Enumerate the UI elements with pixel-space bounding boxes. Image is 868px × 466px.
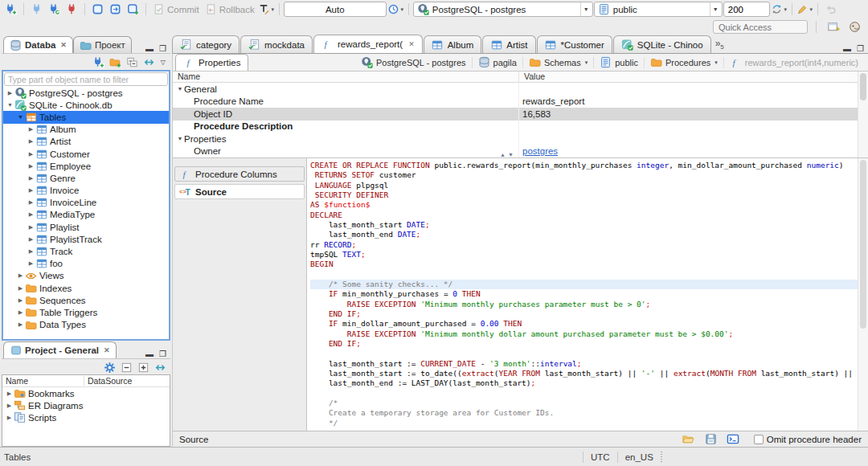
editor-tab-mockdata[interactable]: mockdata: [240, 35, 313, 53]
plug-icon[interactable]: [28, 2, 45, 17]
expand-arrow-icon[interactable]: ▶: [27, 138, 35, 145]
tree-item-data-types[interactable]: ▶Data Types: [3, 319, 169, 331]
column-name[interactable]: Name: [2, 376, 84, 386]
source-code-area[interactable]: CREATE OR REPLACE FUNCTION public.reward…: [307, 157, 868, 431]
link-with-editor-icon[interactable]: [142, 55, 157, 69]
tab-project-general[interactable]: Project - General ✕: [3, 341, 117, 358]
expand-arrow-icon[interactable]: ▶: [27, 187, 35, 194]
breadcrumb-public[interactable]: public: [596, 55, 641, 70]
link-with-editor-icon[interactable]: [153, 361, 167, 374]
tree-item-sqlite-chinook-db[interactable]: ▼SQLite - Chinook.db: [3, 99, 169, 111]
expand-arrow-icon[interactable]: ▶: [16, 321, 25, 328]
side-tab-source[interactable]: <>TSource: [174, 184, 305, 199]
schema-combo[interactable]: public▼: [594, 2, 723, 17]
commit-button[interactable]: Commit: [150, 2, 202, 17]
transaction-history-icon[interactable]: ▾: [387, 2, 404, 17]
expand-arrow-icon[interactable]: ▶: [27, 175, 35, 182]
sql-editor-new-icon[interactable]: [125, 2, 141, 17]
tab-проект[interactable]: Проект: [73, 36, 132, 53]
rollback-button[interactable]: Rollback: [203, 2, 257, 17]
transaction-mode-combo[interactable]: Auto: [284, 2, 387, 17]
expand-arrow-icon[interactable]: ▶: [6, 90, 14, 96]
refresh-icon[interactable]: ▾: [771, 2, 788, 17]
expand-arrow-icon[interactable]: ▶: [16, 285, 25, 292]
minimize-icon[interactable]: ▬: [843, 44, 851, 53]
breadcrumb-rewards-report-int4-numeric-[interactable]: frewards_report(int4,numeric): [727, 55, 862, 70]
tab-properties[interactable]: f Properties: [175, 54, 248, 71]
tree-item-indexes[interactable]: ▶Indexes: [3, 282, 169, 294]
expand-arrow-icon[interactable]: ▶: [16, 272, 25, 279]
tree-item-customer[interactable]: ▶Customer: [3, 148, 169, 160]
grid-row-properties[interactable]: ▼Properties: [173, 133, 868, 145]
tree-item-sequences[interactable]: ▶Sequences: [3, 294, 169, 306]
expand-arrow-icon[interactable]: ▶: [27, 151, 35, 157]
maximize-icon[interactable]: ❐: [159, 44, 166, 53]
tree-item-playlist[interactable]: ▶Playlist: [3, 221, 169, 233]
editor-tab-category[interactable]: category: [172, 35, 240, 53]
tree-item-table-triggers[interactable]: ▶Table Triggers: [3, 306, 169, 318]
expand-arrow-icon[interactable]: ▼: [16, 114, 25, 120]
editor-tab-album[interactable]: Album: [424, 35, 482, 53]
tree-item-mediatype[interactable]: ▶MediaType: [3, 209, 169, 221]
status-locale[interactable]: en_US: [625, 452, 653, 462]
editor-tab-rewards-report-[interactable]: frewards_report(✕: [313, 35, 423, 53]
tree-item-track[interactable]: ▶Track: [3, 245, 169, 257]
open-in-sql-console-icon[interactable]: [725, 431, 742, 447]
checkbox-icon[interactable]: [754, 435, 764, 444]
expand-arrow-icon[interactable]: ▶: [5, 390, 14, 397]
settings-gear-icon[interactable]: [102, 361, 117, 374]
expand-arrow-icon[interactable]: ▶: [27, 211, 35, 218]
tab-databa[interactable]: Databa✕: [3, 36, 73, 53]
fetch-size-input[interactable]: [723, 2, 770, 17]
tree-item-foo[interactable]: ▶foo: [3, 258, 169, 270]
dbeaver-perspective-icon[interactable]: [846, 19, 863, 35]
quick-access-input[interactable]: [713, 20, 808, 34]
close-icon[interactable]: ✕: [104, 346, 110, 354]
open-perspective-icon[interactable]: [825, 19, 841, 35]
connect-icon[interactable]: [92, 55, 106, 69]
minimize-icon[interactable]: ▬: [145, 350, 154, 358]
editor-tab-artist[interactable]: Artist: [482, 35, 535, 53]
reconnect-plug-icon[interactable]: [46, 2, 63, 17]
transaction-log-icon[interactable]: ▾: [258, 2, 275, 17]
grid-row-procedure-description[interactable]: Procedure Description: [173, 121, 868, 133]
breadcrumb-pagila[interactable]: pagila: [475, 55, 520, 70]
tree-item-invoiceline[interactable]: ▶InvoiceLine: [3, 197, 169, 209]
sash-down-icon[interactable]: ▼: [508, 152, 514, 157]
editor-tab-sqlite-chinoo[interactable]: SQLite - Chinoo: [613, 35, 711, 53]
sash-up-icon[interactable]: ▲: [500, 152, 506, 157]
tree-item-artist[interactable]: ▶Artist: [3, 136, 169, 148]
sql-editor-icon[interactable]: [89, 2, 106, 17]
close-icon[interactable]: ✕: [60, 41, 67, 49]
chevron-down-icon[interactable]: ▾: [585, 59, 588, 66]
property-value-link[interactable]: postgres: [522, 146, 558, 156]
expand-arrow-icon[interactable]: ▶: [27, 163, 35, 170]
load-from-file-icon[interactable]: [680, 431, 697, 447]
tree-item-genre[interactable]: ▶Genre: [3, 172, 169, 184]
tree-item-album[interactable]: ▶Album: [3, 124, 169, 136]
code-scrollbar[interactable]: [858, 158, 868, 431]
format-pen-icon[interactable]: ▾: [796, 2, 813, 17]
object-filter-input[interactable]: [4, 72, 168, 86]
breadcrumb-postgresql-postgres[interactable]: PostgreSQL - postgres: [358, 55, 469, 70]
grid-row-object-id[interactable]: Object ID16,583: [173, 108, 868, 121]
expand-arrow-icon[interactable]: ▶: [16, 309, 25, 316]
expand-arrow-icon[interactable]: ▼: [6, 102, 14, 108]
chevron-down-icon[interactable]: ▾: [714, 59, 718, 66]
expand-arrow-icon[interactable]: ▶: [27, 224, 35, 231]
expand-arrow-icon[interactable]: ▶: [16, 297, 25, 304]
expand-arrow-icon[interactable]: ▶: [27, 236, 35, 243]
collapse-arrow-icon[interactable]: ▼: [176, 86, 184, 92]
grid-scrollbar[interactable]: [858, 72, 868, 157]
expand-arrow-icon[interactable]: ▶: [27, 248, 35, 255]
tree-item-playlisttrack[interactable]: ▶PlaylistTrack: [3, 233, 169, 245]
breadcrumb-schemas[interactable]: Schemas▾: [526, 55, 591, 70]
project-item-scripts[interactable]: ▶Scripts: [2, 411, 170, 423]
tree-item-postgresql-postgres[interactable]: ▶PostgreSQL - postgres: [3, 87, 169, 99]
omit-header-checkbox[interactable]: Omit procedure header: [754, 435, 862, 444]
tree-item-tables[interactable]: ▼Tables: [3, 111, 169, 123]
collapse-all-icon[interactable]: [125, 55, 140, 69]
grid-row-owner[interactable]: Ownerpostgres: [173, 145, 868, 158]
collapse-arrow-icon[interactable]: ▼: [176, 136, 184, 141]
connect-plug-icon[interactable]: [2, 2, 19, 17]
